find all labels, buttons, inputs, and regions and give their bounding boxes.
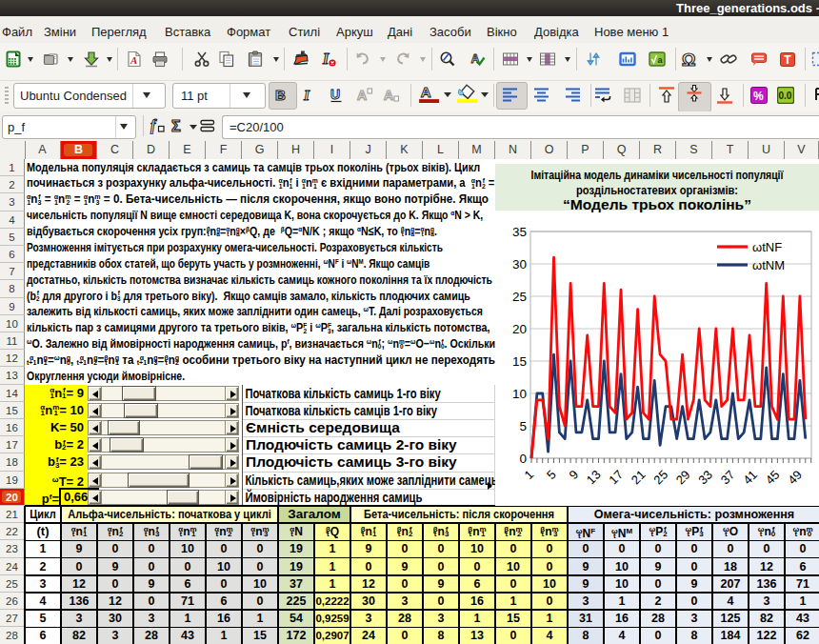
svg-text:ωtNM: ωtNM (752, 258, 785, 272)
svg-text:20: 20 (512, 322, 527, 336)
svg-text:%: % (753, 90, 764, 103)
svg-text:35: 35 (512, 225, 527, 239)
svg-text:0.0: 0.0 (779, 91, 792, 101)
svg-text:30: 30 (512, 257, 527, 272)
svg-text:15: 15 (512, 354, 527, 369)
svg-text:роздільностатевих організмів:: роздільностатевих організмів: (576, 184, 738, 197)
svg-text:10: 10 (512, 387, 527, 401)
svg-text:0: 0 (519, 452, 527, 466)
svg-text:f: f (150, 117, 157, 134)
svg-text:I: I (303, 87, 310, 103)
svg-text:A: A (384, 88, 393, 103)
svg-text:Імітаційна модель динаміки чи: Імітаційна модель динаміки чисельності п… (531, 169, 784, 182)
svg-text:25: 25 (512, 290, 527, 304)
svg-text:ωtNF: ωtNF (752, 240, 782, 254)
svg-text:Ω: Ω (682, 50, 695, 68)
svg-text:I: I (322, 50, 330, 67)
svg-text:A: A (357, 88, 367, 103)
svg-text:T: T (784, 53, 791, 67)
svg-text:A: A (130, 54, 137, 66)
svg-text:U: U (330, 87, 340, 102)
svg-text:5: 5 (519, 419, 527, 433)
svg-text:B: B (275, 87, 286, 103)
svg-text:Σ: Σ (171, 118, 181, 134)
svg-text:A: A (421, 84, 431, 100)
svg-text:“Модель трьох поколінь”: “Модель трьох поколінь” (563, 197, 751, 212)
